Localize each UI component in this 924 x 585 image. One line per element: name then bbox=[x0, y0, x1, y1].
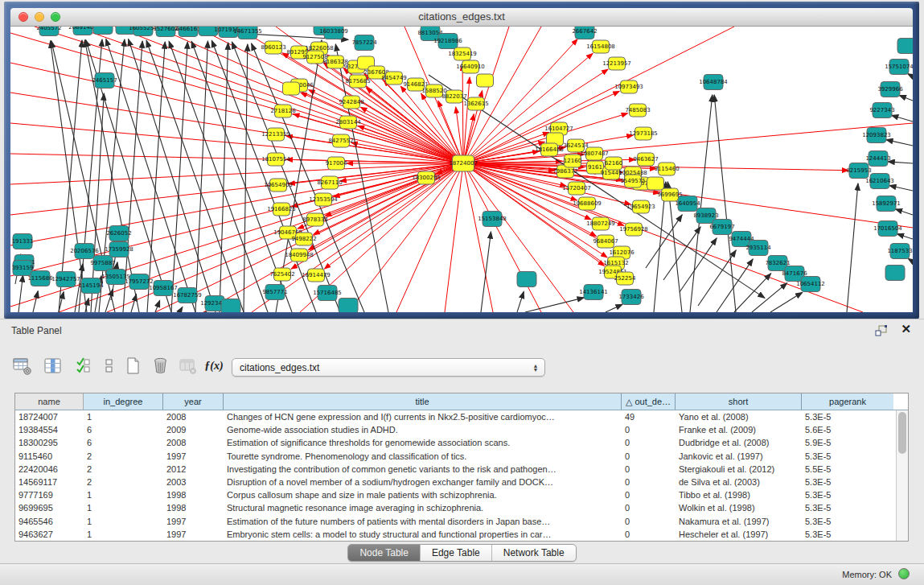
table-cell[interactable]: 9465546 bbox=[15, 515, 84, 528]
table-row[interactable]: 911546021997Tourette syndrome. Phenomeno… bbox=[15, 450, 908, 463]
table-cell[interactable]: 0 bbox=[622, 515, 676, 528]
table-cell[interactable]: 19384554 bbox=[15, 423, 84, 436]
network-node[interactable]: 2718126 bbox=[270, 105, 296, 117]
network-node[interactable]: 9115460 bbox=[654, 163, 679, 175]
network-node[interactable]: 18107554 bbox=[261, 153, 290, 166]
table-cell[interactable]: 1 bbox=[84, 501, 163, 514]
network-node[interactable]: 10654903 bbox=[264, 179, 293, 192]
table-cell[interactable]: 2003 bbox=[163, 476, 224, 488]
network-node[interactable]: 10688609 bbox=[573, 197, 602, 210]
table-cell[interactable]: 1 bbox=[84, 488, 163, 501]
table-cell[interactable]: Yano et al. (2008) bbox=[676, 410, 802, 423]
table-cell[interactable]: 2 bbox=[84, 463, 163, 476]
network-node[interactable]: 9227343 bbox=[869, 103, 894, 118]
table-cell[interactable]: de Silva et al. (2003) bbox=[676, 476, 802, 488]
network-node[interactable] bbox=[283, 82, 300, 95]
table-cell[interactable]: 14569117 bbox=[15, 476, 84, 488]
network-window[interactable]: citations_edges.txt 24055722069140616055… bbox=[4, 2, 919, 319]
network-canvas[interactable]: 2405572206914061605525715276026466161107… bbox=[10, 27, 913, 312]
column-header-pagerank[interactable]: pagerank bbox=[802, 393, 893, 410]
network-node[interactable]: 16640910 bbox=[456, 60, 485, 73]
table-cell[interactable]: 1998 bbox=[163, 501, 224, 514]
network-node[interactable]: 1640954 bbox=[675, 196, 700, 212]
network-node[interactable]: 16210643 bbox=[865, 174, 894, 189]
table-cell[interactable]: 9777169 bbox=[15, 488, 84, 501]
table-cell[interactable]: 0 bbox=[622, 488, 676, 501]
network-node[interactable] bbox=[477, 74, 494, 87]
table-cell[interactable]: 2008 bbox=[163, 436, 224, 449]
table-cell[interactable]: Tibbo et al. (1998) bbox=[676, 488, 802, 501]
column-header-short[interactable]: short bbox=[676, 393, 802, 410]
network-node[interactable]: 1115686 bbox=[27, 271, 53, 286]
table-cell[interactable]: 0 bbox=[622, 450, 676, 463]
table-cell[interactable]: Estimation of significance thresholds fo… bbox=[224, 436, 622, 449]
network-node[interactable]: 2626052 bbox=[106, 226, 131, 241]
column-header-indegree[interactable]: in_degree bbox=[84, 393, 163, 410]
network-node[interactable]: 15716485 bbox=[313, 286, 342, 301]
table-cell[interactable]: Estimation of the future numbers of pati… bbox=[224, 515, 622, 528]
table-cell[interactable]: Embryonic stem cells: a model to study s… bbox=[224, 528, 622, 541]
table-cell[interactable]: 1 bbox=[84, 528, 163, 541]
table-row[interactable]: 946362711997Embryonic stem cells: a mode… bbox=[15, 528, 908, 541]
table-cell[interactable]: 0 bbox=[622, 436, 676, 449]
tab-network-table[interactable]: Network Table bbox=[492, 545, 576, 561]
column-header-year[interactable]: year bbox=[163, 393, 224, 410]
table-cell[interactable]: Wolkin et al. (1998) bbox=[676, 501, 802, 514]
close-panel-icon[interactable]: ✕ bbox=[901, 322, 911, 336]
table-cell[interactable]: Changes of HCN gene expression and I(f) … bbox=[224, 410, 622, 423]
network-node[interactable]: 1527602 bbox=[153, 27, 178, 37]
column-header-title[interactable]: title bbox=[224, 393, 622, 410]
network-node[interactable]: 18409948 bbox=[285, 249, 314, 262]
network-node[interactable]: 12213359 bbox=[261, 128, 290, 141]
table-cell[interactable]: 0 bbox=[622, 528, 676, 541]
network-node[interactable]: 1244413 bbox=[865, 151, 890, 167]
import-table-button[interactable] bbox=[175, 353, 201, 379]
network-node[interactable]: 191331 bbox=[12, 234, 34, 249]
network-node[interactable]: 10648784 bbox=[699, 75, 728, 90]
table-cell[interactable]: Structural magnetic resonance image aver… bbox=[224, 501, 622, 514]
network-node[interactable]: 12942757 bbox=[51, 272, 80, 287]
network-node[interactable]: 9684067 bbox=[593, 235, 618, 248]
network-node[interactable]: 1733426 bbox=[618, 290, 644, 305]
network-node[interactable]: 1145194 bbox=[78, 278, 104, 294]
table-cell[interactable]: Corpus callosum shape and size in male p… bbox=[224, 488, 622, 501]
network-node[interactable]: 2405572 bbox=[36, 27, 61, 36]
row-height-button[interactable] bbox=[97, 353, 122, 379]
network-node[interactable]: 2667642 bbox=[572, 27, 597, 39]
table-cell[interactable]: 9463627 bbox=[15, 528, 84, 541]
table-row[interactable]: 946554611997Estimation of the future num… bbox=[15, 515, 908, 528]
tab-edge-table[interactable]: Edge Table bbox=[421, 545, 492, 561]
network-node[interactable]: 917004 bbox=[326, 157, 347, 170]
table-row[interactable]: 1456911722003Disruption of a novel membe… bbox=[15, 476, 908, 488]
network-node[interactable]: 12160 bbox=[564, 154, 581, 167]
network-node[interactable]: 19166825 bbox=[267, 203, 296, 216]
table-cell[interactable]: 0 bbox=[622, 501, 676, 514]
table-cell[interactable]: 1997 bbox=[163, 528, 224, 541]
delete-table-button[interactable] bbox=[148, 353, 174, 379]
table-row[interactable]: 1872400712008Changes of HCN gene express… bbox=[15, 410, 908, 423]
network-graph[interactable]: 2405572206914061605525715276026466161107… bbox=[10, 27, 913, 312]
tab-node-table[interactable]: Node Table bbox=[348, 545, 421, 561]
table-cell[interactable]: 18724007 bbox=[15, 410, 84, 423]
network-node[interactable]: 17359928 bbox=[105, 242, 133, 257]
table-cell[interactable]: 5.6E-5 bbox=[802, 423, 893, 436]
network-node[interactable] bbox=[221, 299, 240, 313]
network-window-titlebar[interactable]: citations_edges.txt bbox=[10, 8, 913, 27]
table-cell[interactable]: 0 bbox=[622, 463, 676, 476]
table-cell[interactable]: 2008 bbox=[163, 410, 224, 423]
network-node[interactable]: 16033809 bbox=[319, 27, 348, 39]
table-cell[interactable]: 0 bbox=[622, 476, 676, 488]
table-cell[interactable]: 2 bbox=[84, 450, 163, 463]
network-node[interactable]: 393159 bbox=[12, 261, 34, 276]
table-scrollbar[interactable] bbox=[896, 410, 908, 541]
network-node[interactable]: 12973185 bbox=[629, 127, 658, 140]
network-node[interactable]: 2465157 bbox=[92, 73, 117, 89]
network-node[interactable]: 12093823 bbox=[862, 128, 891, 143]
network-node[interactable]: 9975887 bbox=[90, 256, 115, 271]
network-node[interactable]: 19756928 bbox=[619, 223, 648, 236]
table-cell[interactable]: 9115460 bbox=[15, 450, 84, 463]
network-node[interactable]: 18724007 bbox=[449, 155, 478, 171]
table-cell[interactable]: 1997 bbox=[163, 515, 224, 528]
table-cell[interactable]: 6 bbox=[84, 436, 163, 449]
network-node[interactable]: 19654923 bbox=[626, 200, 655, 213]
